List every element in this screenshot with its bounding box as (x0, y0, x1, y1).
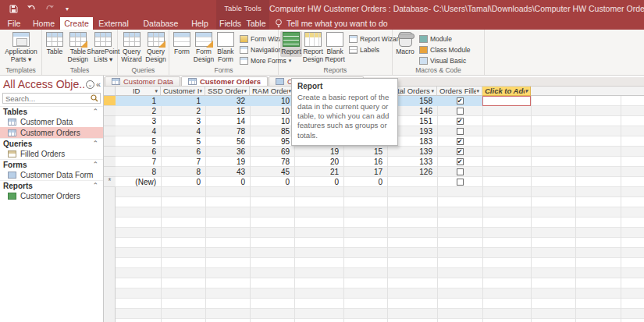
cell-orders-filled[interactable]: ✔ (437, 157, 482, 167)
cell-c6[interactable]: 17 (343, 167, 387, 177)
cell-id[interactable]: 3 (116, 116, 161, 126)
checkbox-unchecked[interactable] (457, 108, 464, 115)
cell-id[interactable]: 7 (116, 157, 161, 167)
tab-create[interactable]: Create (60, 17, 93, 30)
cell-customer_id[interactable]: 1 (161, 96, 205, 106)
checkbox-checked[interactable]: ✔ (457, 148, 464, 155)
visual-basic-button[interactable]: Visual Basic (419, 55, 471, 65)
nav-item-customer-orders[interactable]: Customer Orders (0, 190, 103, 201)
cell-id[interactable]: 1 (116, 96, 161, 106)
column-header-ssd-ordered[interactable]: SSD Ordered▾ (205, 87, 250, 96)
cell-ram[interactable]: 10 (250, 96, 294, 106)
shutter-bar-close-icon[interactable]: « (96, 80, 101, 89)
cell-customer_id[interactable]: 8 (161, 167, 205, 177)
tab-external-data[interactable]: External Data (94, 17, 133, 30)
blank-form-button[interactable]: Blank Form (215, 31, 237, 64)
tab-database-tools[interactable]: Database Tools (136, 17, 186, 30)
cell-c6[interactable]: 15 (343, 147, 387, 157)
macro-button[interactable]: Macro (394, 31, 416, 57)
cell-ram[interactable]: 10 (250, 106, 294, 116)
cell-orders-filled[interactable] (437, 167, 482, 177)
cell-total[interactable] (387, 177, 437, 187)
cell-id[interactable]: 6 (116, 147, 161, 157)
record-selector[interactable] (104, 157, 116, 167)
nav-section-reports[interactable]: Reports⌃ (0, 180, 103, 190)
nav-section-queries[interactable]: Queries⌃ (0, 138, 103, 148)
checkbox-checked[interactable]: ✔ (457, 118, 464, 125)
checkbox-unchecked[interactable] (457, 168, 464, 175)
record-selector[interactable] (104, 167, 116, 177)
record-selector[interactable] (104, 96, 116, 106)
cell-ssd[interactable]: 15 (205, 106, 250, 116)
column-header-orders-filled[interactable]: Orders Filled▾ (437, 87, 482, 96)
query-design-button[interactable]: Query Design (144, 31, 168, 64)
cell-c5[interactable]: 21 (294, 167, 343, 177)
cell-ssd[interactable]: 36 (205, 147, 250, 157)
cell-orders-filled[interactable]: ✔ (437, 147, 482, 157)
cell-customer_id[interactable]: 2 (161, 106, 205, 116)
nav-item-customer-data-form[interactable]: Customer Data Form (0, 169, 103, 180)
cell-customer_id[interactable]: 5 (161, 136, 205, 147)
nav-pane-menu-icon[interactable]: ⌄ (86, 80, 94, 89)
cell-c5[interactable]: 20 (294, 157, 343, 167)
select-all-corner[interactable] (104, 87, 116, 96)
cell-customer_id[interactable]: 4 (161, 126, 205, 136)
cell-ram[interactable]: 69 (250, 147, 294, 157)
query-wizard-button[interactable]: Query Wizard (119, 31, 144, 64)
tab-help[interactable]: Help (189, 17, 211, 30)
cell-customer_id[interactable]: 0 (161, 177, 205, 187)
class-module-button[interactable]: Class Module (419, 44, 471, 55)
column-header-id[interactable]: ID▾ (116, 87, 161, 96)
application-parts-button[interactable]: Application Parts ▾ (2, 31, 41, 64)
report-design-button[interactable]: Report Design (302, 31, 324, 64)
cell-orders-filled[interactable] (437, 177, 482, 187)
cell-customer_id[interactable]: 7 (161, 157, 205, 167)
cell-total[interactable]: 133 (387, 157, 437, 167)
cell-ssd[interactable]: 19 (205, 157, 250, 167)
table-button[interactable]: Table (44, 31, 66, 57)
record-selector[interactable] (104, 116, 116, 126)
cell-orders-filled[interactable] (437, 106, 482, 116)
tab-fields[interactable]: Fields (218, 17, 243, 30)
cell-orders-filled[interactable]: ✔ (437, 116, 482, 126)
cell-total[interactable]: 126 (387, 167, 437, 177)
cell-id[interactable]: 8 (116, 167, 161, 177)
report-button[interactable]: Report (280, 31, 302, 57)
cell-c5[interactable]: 0 (294, 177, 343, 187)
module-button[interactable]: Module (419, 34, 471, 44)
form-design-button[interactable]: Form Design (193, 31, 215, 64)
cell-customer_id[interactable]: 6 (161, 147, 205, 157)
search-input[interactable] (3, 94, 91, 103)
cell-ram[interactable]: 85 (250, 126, 294, 136)
cell-ram[interactable]: 78 (250, 157, 294, 167)
nav-item-customer-data[interactable]: Customer Data (0, 116, 103, 127)
checkbox-unchecked[interactable] (457, 128, 464, 135)
tell-me-box[interactable]: Tell me what you want to do (275, 17, 388, 30)
search-icon[interactable] (91, 94, 98, 102)
cell-ssd[interactable]: 43 (205, 167, 250, 177)
nav-item-customer-orders[interactable]: Customer Orders (0, 127, 103, 138)
tab-home[interactable]: Home (28, 17, 59, 30)
redo-icon[interactable] (44, 3, 55, 14)
record-selector[interactable] (104, 106, 116, 116)
cell-orders-filled[interactable]: ✔ (437, 96, 482, 106)
cell-ssd[interactable]: 78 (205, 126, 250, 136)
cell-ssd[interactable]: 14 (205, 116, 250, 126)
nav-section-forms[interactable]: Forms⌃ (0, 159, 103, 169)
tab-table[interactable]: Table (244, 17, 268, 30)
nav-section-tables[interactable]: Tables⌃ (0, 106, 103, 116)
record-selector[interactable]: * (104, 177, 116, 187)
cell-c5[interactable]: 19 (294, 147, 343, 157)
doc-tab-customer-data[interactable]: Customer Data (105, 76, 180, 86)
checkbox-checked[interactable]: ✔ (457, 158, 464, 165)
cell-c6[interactable]: 0 (343, 177, 387, 187)
cell-id[interactable]: 5 (116, 136, 161, 147)
form-button[interactable]: Form (171, 31, 193, 57)
save-icon[interactable] (8, 3, 19, 14)
sharepoint-lists-button[interactable]: SharePoint Lists ▾ (91, 31, 116, 64)
cell-ram[interactable]: 95 (250, 136, 294, 147)
cell-total[interactable]: 139 (387, 147, 437, 157)
cell-id[interactable]: 4 (116, 126, 161, 136)
cell-ram[interactable]: 0 (250, 177, 294, 187)
cell-id[interactable]: 2 (116, 106, 161, 116)
